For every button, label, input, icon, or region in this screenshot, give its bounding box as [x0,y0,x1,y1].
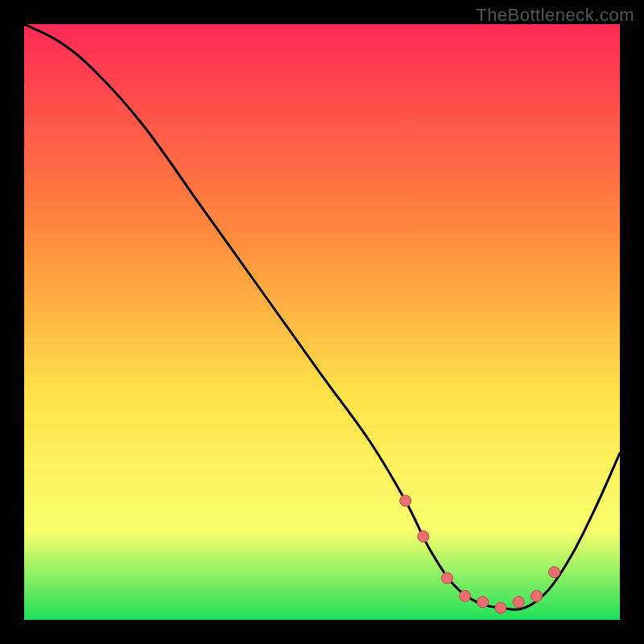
watermark-text: TheBottleneck.com [476,5,634,26]
plot-area [24,24,620,620]
gradient-background [24,24,620,620]
marker-point [418,530,429,542]
marker-point [400,495,411,506]
chart-svg [24,24,620,620]
marker-point [513,597,524,608]
marker-point [460,590,471,601]
chart-frame: TheBottleneck.com [0,0,644,644]
marker-point [477,597,489,608]
marker-point [549,567,560,578]
marker-point [441,572,452,584]
marker-point [530,590,542,601]
marker-point [495,602,506,613]
